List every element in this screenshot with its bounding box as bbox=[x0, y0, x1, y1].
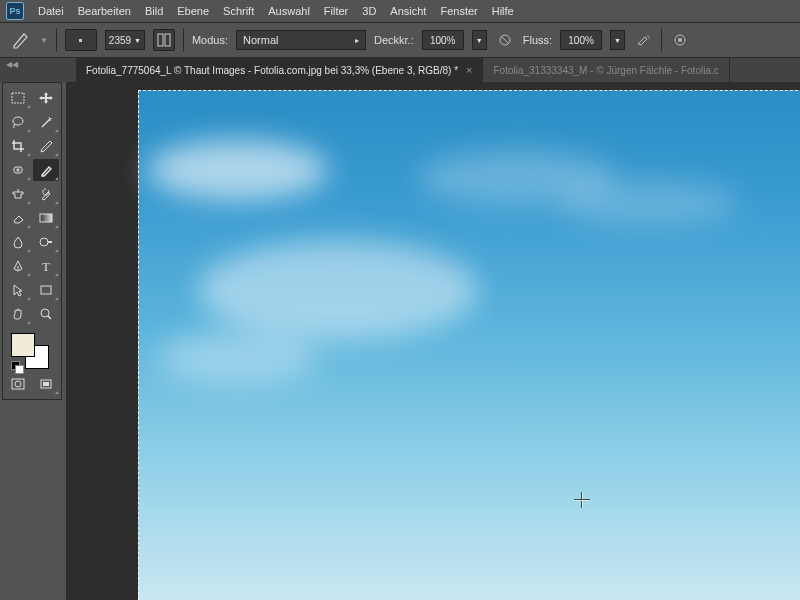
healing-tool[interactable] bbox=[5, 159, 31, 181]
move-tool[interactable] bbox=[33, 87, 59, 109]
svg-rect-1 bbox=[165, 34, 170, 46]
blur-tool[interactable] bbox=[5, 231, 31, 253]
menu-schrift[interactable]: Schrift bbox=[223, 5, 254, 17]
cloud-shape bbox=[158, 330, 318, 385]
opacity-dropdown[interactable]: ▼ bbox=[472, 30, 487, 50]
svg-point-3 bbox=[647, 35, 648, 36]
quickmask-icon[interactable] bbox=[5, 373, 31, 395]
menu-filter[interactable]: Filter bbox=[324, 5, 348, 17]
divider bbox=[56, 28, 57, 52]
cloud-shape bbox=[558, 180, 738, 225]
hand-tool[interactable] bbox=[5, 303, 31, 325]
svg-point-14 bbox=[41, 309, 49, 317]
menu-bild[interactable]: Bild bbox=[145, 5, 163, 17]
svg-point-16 bbox=[15, 381, 21, 387]
menu-bearbeiten[interactable]: Bearbeiten bbox=[78, 5, 131, 17]
divider bbox=[661, 28, 662, 52]
airbrush-icon[interactable] bbox=[633, 31, 653, 49]
type-tool[interactable]: T bbox=[33, 255, 59, 277]
menu-ebene[interactable]: Ebene bbox=[177, 5, 209, 17]
default-colors-icon[interactable] bbox=[11, 361, 21, 371]
toolbox-panel: T bbox=[2, 82, 62, 400]
document-canvas[interactable] bbox=[138, 90, 800, 600]
color-swatches bbox=[5, 331, 59, 371]
mode-label: Modus: bbox=[192, 34, 228, 46]
tool-options-bar: ▼ 2359▼ Modus: Normal▸ Deckkr.: 100% ▼ F… bbox=[0, 22, 800, 58]
opacity-value[interactable]: 100% bbox=[422, 30, 464, 50]
eyedropper-tool[interactable] bbox=[33, 135, 59, 157]
screenmode-icon[interactable] bbox=[33, 373, 59, 395]
flow-dropdown[interactable]: ▼ bbox=[610, 30, 625, 50]
pressure-opacity-icon[interactable] bbox=[495, 31, 515, 49]
divider bbox=[183, 28, 184, 52]
foreground-color-swatch[interactable] bbox=[11, 333, 35, 357]
document-tab-label: Fotolia_31333343_M - © Jürgen Fälchle - … bbox=[493, 65, 718, 76]
workspace-area bbox=[66, 82, 800, 600]
magic-wand-tool[interactable] bbox=[33, 111, 59, 133]
collapse-handle-icon[interactable]: ◀◀ bbox=[6, 60, 18, 68]
crop-tool[interactable] bbox=[5, 135, 31, 157]
path-select-tool[interactable] bbox=[5, 279, 31, 301]
document-tab-bar: Fotolia_7775064_L © Thaut Images - Fotol… bbox=[0, 58, 800, 82]
menu-auswahl[interactable]: Auswahl bbox=[268, 5, 310, 17]
flow-label: Fluss: bbox=[523, 34, 552, 46]
cloud-shape bbox=[148, 140, 328, 200]
zoom-tool[interactable] bbox=[33, 303, 59, 325]
brush-panel-toggle[interactable] bbox=[153, 29, 175, 51]
lasso-tool[interactable] bbox=[5, 111, 31, 133]
opacity-label: Deckkr.: bbox=[374, 34, 414, 46]
menu-3d[interactable]: 3D bbox=[362, 5, 376, 17]
flow-value[interactable]: 100% bbox=[560, 30, 602, 50]
svg-rect-0 bbox=[158, 34, 163, 46]
close-icon[interactable]: × bbox=[466, 64, 472, 76]
menu-fenster[interactable]: Fenster bbox=[440, 5, 477, 17]
document-tab-active[interactable]: Fotolia_7775064_L © Thaut Images - Fotol… bbox=[76, 58, 483, 82]
svg-point-6 bbox=[678, 38, 682, 42]
svg-rect-13 bbox=[41, 286, 51, 294]
brush-dropdown-arrow-icon[interactable]: ▼ bbox=[40, 36, 48, 45]
svg-rect-10 bbox=[40, 214, 52, 222]
brush-tool[interactable] bbox=[33, 159, 59, 181]
document-tab-inactive[interactable]: Fotolia_31333343_M - © Jürgen Fälchle - … bbox=[483, 58, 729, 82]
pressure-size-icon[interactable] bbox=[670, 31, 690, 49]
svg-point-11 bbox=[40, 238, 48, 246]
blend-mode-select[interactable]: Normal▸ bbox=[236, 30, 366, 50]
eraser-tool[interactable] bbox=[5, 207, 31, 229]
app-logo: Ps bbox=[6, 2, 24, 20]
brush-size-value[interactable]: 2359▼ bbox=[105, 30, 145, 50]
menu-hilfe[interactable]: Hilfe bbox=[492, 5, 514, 17]
svg-rect-7 bbox=[12, 93, 24, 103]
svg-rect-18 bbox=[43, 382, 49, 386]
clone-stamp-tool[interactable] bbox=[5, 183, 31, 205]
document-tab-label: Fotolia_7775064_L © Thaut Images - Fotol… bbox=[86, 65, 458, 76]
svg-text:T: T bbox=[42, 259, 50, 273]
menu-ansicht[interactable]: Ansicht bbox=[390, 5, 426, 17]
pen-tool[interactable] bbox=[5, 255, 31, 277]
menu-datei[interactable]: Datei bbox=[38, 5, 64, 17]
brush-tool-icon bbox=[10, 30, 32, 50]
history-brush-tool[interactable] bbox=[33, 183, 59, 205]
svg-point-4 bbox=[648, 37, 649, 38]
shape-tool[interactable] bbox=[33, 279, 59, 301]
gradient-tool[interactable] bbox=[33, 207, 59, 229]
menu-bar: Ps Datei Bearbeiten Bild Ebene Schrift A… bbox=[0, 0, 800, 22]
marquee-tool[interactable] bbox=[5, 87, 31, 109]
cloud-shape bbox=[198, 240, 478, 340]
dodge-tool[interactable] bbox=[33, 231, 59, 253]
brush-preset-picker[interactable] bbox=[65, 29, 97, 51]
